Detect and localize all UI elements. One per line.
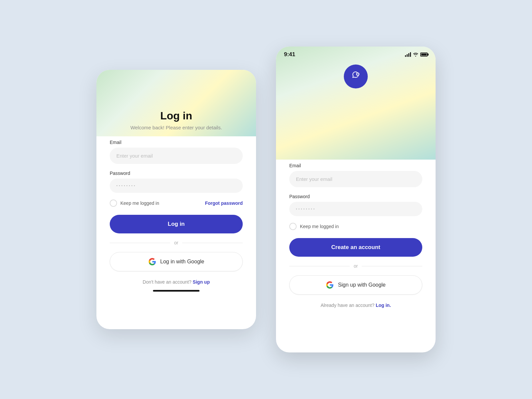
keep-logged-container: Keep me logged in bbox=[110, 200, 159, 207]
divider-line-left bbox=[110, 243, 170, 243]
signup-footer: Already have an account? Log in. bbox=[289, 303, 422, 308]
signup-google-icon bbox=[326, 281, 334, 289]
status-bar: 9:41 bbox=[276, 47, 436, 58]
signup-keep-logged-row: Keep me logged in bbox=[289, 223, 422, 230]
home-indicator bbox=[153, 290, 200, 292]
login-divider: or bbox=[110, 240, 243, 245]
divider-line-right bbox=[182, 243, 243, 243]
signup-divider-text: or bbox=[354, 263, 358, 269]
login-email-input[interactable] bbox=[110, 148, 243, 164]
signup-email-input[interactable] bbox=[289, 171, 422, 187]
signup-footer-text: Already have an account? bbox=[321, 303, 374, 308]
google-icon bbox=[148, 258, 156, 266]
signup-google-label: Sign up with Google bbox=[338, 282, 385, 288]
signup-phone: 9:41 Sign up Buy bbox=[276, 47, 436, 352]
battery-icon bbox=[420, 53, 428, 57]
login-subtitle: Welcome back! Please enter your details. bbox=[110, 125, 243, 130]
signup-divider: or bbox=[289, 263, 422, 269]
signup-password-dots: •••••••• bbox=[296, 207, 316, 211]
signup-keep-logged-checkbox[interactable] bbox=[289, 223, 297, 230]
login-footer: Don't have an account? Sign up bbox=[110, 279, 243, 285]
login-content: Log in Welcome back! Please enter your d… bbox=[96, 110, 256, 329]
password-label: Password bbox=[110, 171, 243, 176]
email-label: Email bbox=[110, 140, 243, 145]
login-password-dots: •••••••• bbox=[116, 184, 136, 188]
login-title: Log in bbox=[110, 110, 243, 122]
signup-link[interactable]: Sign up bbox=[193, 279, 210, 285]
signup-content: Sign up Buy and sell NFT's easy way. Ema… bbox=[276, 133, 436, 352]
status-time: 9:41 bbox=[284, 51, 295, 58]
signup-keep-logged-label: Keep me logged in bbox=[300, 224, 339, 229]
keep-logged-label: Keep me logged in bbox=[120, 200, 159, 206]
login-google-label: Log in with Google bbox=[160, 259, 204, 265]
signup-divider-line-left bbox=[289, 266, 350, 266]
create-account-button[interactable]: Create an account bbox=[289, 238, 422, 257]
wifi-icon bbox=[413, 53, 418, 57]
divider-text: or bbox=[174, 240, 178, 245]
signup-divider-line-right bbox=[362, 266, 422, 266]
login-phone: Log in Welcome back! Please enter your d… bbox=[96, 70, 256, 329]
forgot-password-link[interactable]: Forgot password bbox=[205, 200, 243, 206]
signal-bars-icon bbox=[405, 52, 411, 57]
login-footer-text: Don't have an account? bbox=[143, 279, 192, 285]
login-button[interactable]: Log in bbox=[110, 215, 243, 233]
status-icons bbox=[405, 52, 428, 57]
login-link[interactable]: Log in. bbox=[376, 303, 391, 308]
signup-gradient-header: 9:41 bbox=[276, 47, 436, 160]
app-logo-icon bbox=[349, 70, 362, 83]
keep-logged-checkbox[interactable] bbox=[110, 200, 117, 207]
app-logo bbox=[344, 65, 368, 88]
signup-google-button[interactable]: Sign up with Google bbox=[289, 275, 422, 295]
login-google-button[interactable]: Log in with Google bbox=[110, 252, 243, 271]
signup-email-label: Email bbox=[289, 163, 422, 168]
login-options-row: Keep me logged in Forgot password bbox=[110, 200, 243, 207]
signup-password-label: Password bbox=[289, 194, 422, 199]
